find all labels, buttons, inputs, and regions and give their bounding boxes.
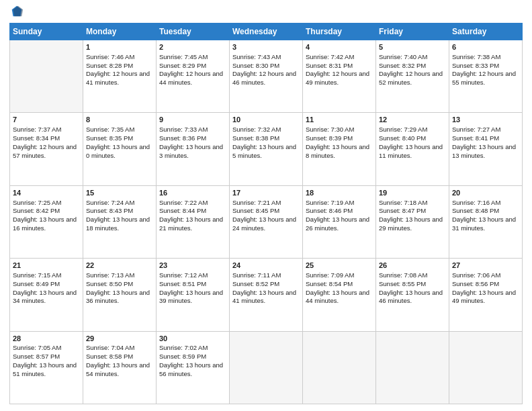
- calendar-cell-26: 26Sunrise: 7:08 AMSunset: 8:55 PMDayligh…: [376, 259, 449, 331]
- day-number: 14: [13, 188, 80, 198]
- sunrise-text: Sunrise: 7:30 AM: [306, 126, 373, 134]
- col-header-monday: Monday: [83, 24, 157, 40]
- calendar-cell-19: 19Sunrise: 7:18 AMSunset: 8:47 PMDayligh…: [376, 185, 449, 258]
- day-number: 17: [232, 188, 300, 198]
- calendar-cell-8: 8Sunrise: 7:35 AMSunset: 8:35 PMDaylight…: [83, 113, 157, 185]
- logo: [9, 7, 26, 19]
- sunset-text: Sunset: 8:36 PM: [159, 134, 226, 143]
- sunset-text: Sunset: 8:55 PM: [379, 280, 446, 289]
- day-number: 18: [306, 188, 373, 198]
- daylight-text: Daylight: 12 hours and 41 minutes.: [86, 70, 153, 87]
- daylight-text: Daylight: 13 hours and 54 minutes.: [86, 361, 153, 379]
- daylight-text: Daylight: 12 hours and 46 minutes.: [232, 70, 300, 87]
- day-number: 8: [86, 115, 153, 125]
- calendar-cell-1: 1Sunrise: 7:46 AMSunset: 8:28 PMDaylight…: [83, 40, 157, 113]
- daylight-text: Daylight: 13 hours and 46 minutes.: [379, 289, 446, 306]
- day-number: 28: [13, 334, 80, 344]
- calendar-cell-13: 13Sunrise: 7:27 AMSunset: 8:41 PMDayligh…: [449, 113, 523, 185]
- sunset-text: Sunset: 8:42 PM: [13, 207, 80, 216]
- sunrise-text: Sunrise: 7:32 AM: [232, 126, 300, 134]
- day-number: 13: [452, 115, 519, 125]
- day-number: 9: [159, 115, 226, 125]
- sunset-text: Sunset: 8:52 PM: [232, 280, 300, 289]
- daylight-text: Daylight: 12 hours and 52 minutes.: [379, 70, 446, 87]
- col-header-sunday: Sunday: [10, 24, 83, 40]
- daylight-text: Daylight: 13 hours and 31 minutes.: [452, 216, 519, 233]
- calendar-cell-29: 29Sunrise: 7:04 AMSunset: 8:58 PMDayligh…: [83, 331, 157, 404]
- calendar-cell-17: 17Sunrise: 7:21 AMSunset: 8:45 PMDayligh…: [230, 185, 303, 258]
- sunset-text: Sunset: 8:33 PM: [452, 62, 519, 71]
- calendar-table: SundayMondayTuesdayWednesdayThursdayFrid…: [9, 23, 523, 404]
- day-number: 20: [452, 188, 519, 198]
- calendar-cell-6: 6Sunrise: 7:38 AMSunset: 8:33 PMDaylight…: [449, 40, 523, 113]
- daylight-text: Daylight: 13 hours and 34 minutes.: [13, 289, 80, 306]
- sunset-text: Sunset: 8:43 PM: [86, 207, 153, 216]
- day-number: 25: [306, 261, 373, 271]
- daylight-text: Daylight: 13 hours and 36 minutes.: [86, 289, 153, 306]
- daylight-text: Daylight: 13 hours and 51 minutes.: [13, 361, 80, 379]
- calendar-cell-2: 2Sunrise: 7:45 AMSunset: 8:29 PMDaylight…: [157, 40, 230, 113]
- calendar-cell-12: 12Sunrise: 7:29 AMSunset: 8:40 PMDayligh…: [376, 113, 449, 185]
- sunrise-text: Sunrise: 7:43 AM: [232, 53, 300, 62]
- sunrise-text: Sunrise: 7:42 AM: [306, 53, 373, 62]
- sunrise-text: Sunrise: 7:04 AM: [86, 344, 153, 353]
- calendar-cell-5: 5Sunrise: 7:40 AMSunset: 8:32 PMDaylight…: [376, 40, 449, 113]
- sunrise-text: Sunrise: 7:06 AM: [452, 271, 519, 280]
- sunset-text: Sunset: 8:40 PM: [379, 134, 446, 143]
- sunset-text: Sunset: 8:32 PM: [379, 62, 446, 71]
- sunrise-text: Sunrise: 7:02 AM: [159, 344, 226, 353]
- daylight-text: Daylight: 13 hours and 39 minutes.: [159, 289, 226, 306]
- calendar-cell-11: 11Sunrise: 7:30 AMSunset: 8:39 PMDayligh…: [303, 113, 376, 185]
- day-number: 23: [159, 261, 226, 271]
- day-number: 5: [379, 42, 446, 52]
- daylight-text: Daylight: 12 hours and 55 minutes.: [452, 70, 519, 87]
- calendar-cell-23: 23Sunrise: 7:12 AMSunset: 8:51 PMDayligh…: [157, 259, 230, 331]
- sunset-text: Sunset: 8:29 PM: [159, 62, 226, 71]
- daylight-text: Daylight: 13 hours and 24 minutes.: [232, 216, 300, 233]
- daylight-text: Daylight: 13 hours and 26 minutes.: [306, 216, 373, 233]
- calendar-cell-15: 15Sunrise: 7:24 AMSunset: 8:43 PMDayligh…: [83, 185, 157, 258]
- calendar-cell-20: 20Sunrise: 7:16 AMSunset: 8:48 PMDayligh…: [449, 185, 523, 258]
- calendar-cell-27: 27Sunrise: 7:06 AMSunset: 8:56 PMDayligh…: [449, 259, 523, 331]
- calendar-cell-3: 3Sunrise: 7:43 AMSunset: 8:30 PMDaylight…: [230, 40, 303, 113]
- col-header-saturday: Saturday: [449, 24, 523, 40]
- daylight-text: Daylight: 13 hours and 8 minutes.: [306, 143, 373, 161]
- sunset-text: Sunset: 8:35 PM: [86, 134, 153, 143]
- sunset-text: Sunset: 8:47 PM: [379, 207, 446, 216]
- calendar-cell-16: 16Sunrise: 7:22 AMSunset: 8:44 PMDayligh…: [157, 185, 230, 258]
- sunrise-text: Sunrise: 7:11 AM: [232, 271, 300, 280]
- svg-marker-1: [13, 6, 24, 17]
- day-number: 21: [13, 261, 80, 271]
- sunrise-text: Sunrise: 7:29 AM: [379, 126, 446, 134]
- col-header-thursday: Thursday: [303, 24, 376, 40]
- day-number: 2: [159, 42, 226, 52]
- sunrise-text: Sunrise: 7:19 AM: [306, 199, 373, 208]
- day-number: 19: [379, 188, 446, 198]
- daylight-text: Daylight: 13 hours and 21 minutes.: [159, 216, 226, 233]
- daylight-text: Daylight: 13 hours and 16 minutes.: [13, 216, 80, 233]
- logo-icon: [9, 4, 24, 19]
- sunset-text: Sunset: 8:57 PM: [13, 353, 80, 361]
- sunset-text: Sunset: 8:41 PM: [452, 134, 519, 143]
- day-number: 26: [379, 261, 446, 271]
- sunset-text: Sunset: 8:39 PM: [306, 134, 373, 143]
- sunrise-text: Sunrise: 7:40 AM: [379, 53, 446, 62]
- calendar-cell-9: 9Sunrise: 7:33 AMSunset: 8:36 PMDaylight…: [157, 113, 230, 185]
- day-number: 16: [159, 188, 226, 198]
- daylight-text: Daylight: 12 hours and 44 minutes.: [159, 70, 226, 87]
- calendar-cell-24: 24Sunrise: 7:11 AMSunset: 8:52 PMDayligh…: [230, 259, 303, 331]
- day-number: 10: [232, 115, 300, 125]
- daylight-text: Daylight: 13 hours and 5 minutes.: [232, 143, 300, 161]
- sunset-text: Sunset: 8:30 PM: [232, 62, 300, 71]
- daylight-text: Daylight: 13 hours and 41 minutes.: [232, 289, 300, 306]
- day-number: 22: [86, 261, 153, 271]
- day-number: 12: [379, 115, 446, 125]
- day-number: 30: [159, 334, 226, 344]
- sunrise-text: Sunrise: 7:05 AM: [13, 344, 80, 353]
- sunrise-text: Sunrise: 7:09 AM: [306, 271, 373, 280]
- sunrise-text: Sunrise: 7:27 AM: [452, 126, 519, 134]
- day-number: 27: [452, 261, 519, 271]
- day-number: 6: [452, 42, 519, 52]
- sunrise-text: Sunrise: 7:45 AM: [159, 53, 226, 62]
- sunset-text: Sunset: 8:54 PM: [306, 280, 373, 289]
